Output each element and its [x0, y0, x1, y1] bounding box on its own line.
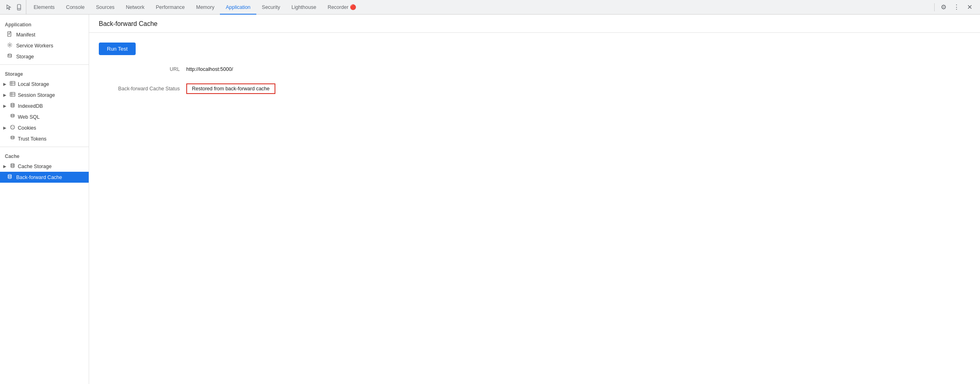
tab-bar: Elements Console Sources Network Perform…: [0, 0, 980, 15]
expand-arrow-cookies: ▶: [3, 126, 7, 130]
storage-section-label: Storage: [0, 67, 89, 79]
sidebar: Application Manifest: [0, 15, 89, 384]
sidebar-item-session-storage[interactable]: ▶ Session Storage: [0, 90, 89, 100]
back-forward-cache-label: Back-forward Cache: [16, 175, 62, 180]
tab-recorder[interactable]: Recorder 🔴: [322, 0, 362, 15]
tab-security[interactable]: Security: [256, 0, 286, 15]
doc-icon: [6, 31, 13, 38]
storage-label: Storage: [16, 54, 34, 60]
divider: [934, 3, 935, 11]
page-title: Back-forward Cache: [99, 20, 970, 28]
session-storage-label: Session Storage: [18, 92, 55, 98]
cache-storage-icon: [10, 163, 15, 170]
cache-storage-label: Cache Storage: [18, 164, 51, 169]
svg-point-25: [11, 164, 14, 165]
db-icon-indexed: [10, 102, 15, 109]
tab-performance[interactable]: Performance: [150, 0, 191, 15]
bfcache-icon: [6, 174, 13, 181]
tab-console[interactable]: Console: [60, 0, 90, 15]
main-layout: Application Manifest: [0, 15, 980, 384]
sidebar-item-service-workers[interactable]: Service Workers: [0, 40, 89, 51]
svg-point-19: [11, 125, 15, 129]
status-value: Restored from back-forward cache: [186, 83, 275, 94]
svg-point-20: [11, 126, 12, 127]
svg-rect-9: [10, 81, 15, 85]
settings-icon[interactable]: ⚙: [938, 2, 949, 13]
sidebar-item-storage-app[interactable]: Storage: [0, 51, 89, 62]
svg-point-24: [11, 136, 14, 137]
content-area: Back-forward Cache Run Test URL http://l…: [89, 15, 980, 384]
expand-arrow-cache-storage: ▶: [3, 164, 7, 169]
url-value: http://localhost:5000/: [186, 66, 233, 72]
manifest-label: Manifest: [16, 32, 35, 38]
svg-point-26: [8, 175, 11, 176]
status-row: Back-forward Cache Status Restored from …: [99, 83, 970, 94]
web-sql-label: Web SQL: [18, 114, 40, 120]
status-label: Back-forward Cache Status: [99, 86, 180, 92]
tab-elements[interactable]: Elements: [28, 0, 60, 15]
more-icon[interactable]: ⋮: [951, 2, 962, 13]
local-storage-label: Local Storage: [18, 81, 49, 87]
svg-point-22: [12, 128, 13, 128]
svg-point-8: [8, 54, 12, 55]
cursor-icon[interactable]: [5, 4, 12, 11]
expand-arrow-indexeddb: ▶: [3, 104, 7, 108]
tab-network[interactable]: Network: [120, 0, 150, 15]
sidebar-item-indexeddb[interactable]: ▶ IndexedDB: [0, 100, 89, 111]
tab-memory[interactable]: Memory: [190, 0, 220, 15]
close-icon[interactable]: ✕: [964, 2, 975, 13]
run-test-button[interactable]: Run Test: [99, 43, 136, 55]
trust-tokens-label: Trust Tokens: [18, 136, 47, 142]
service-workers-label: Service Workers: [16, 43, 53, 49]
table-icon-local: [10, 81, 15, 87]
svg-point-18: [11, 114, 14, 115]
sidebar-item-local-storage[interactable]: ▶ Local Storage: [0, 79, 89, 90]
sidebar-item-trust-tokens[interactable]: Trust Tokens: [0, 133, 89, 144]
tab-lighthouse[interactable]: Lighthouse: [286, 0, 322, 15]
tab-bar-right: ⚙ ⋮ ✕: [929, 2, 978, 13]
svg-rect-13: [10, 92, 15, 96]
mobile-icon[interactable]: [15, 4, 23, 11]
application-section-label: Application: [0, 18, 89, 29]
tab-bar-left-icons: [2, 0, 26, 14]
sidebar-item-web-sql[interactable]: Web SQL: [0, 111, 89, 122]
cache-section-label: Cache: [0, 149, 89, 161]
sidebar-item-cache-storage[interactable]: ▶ Cache Storage: [0, 161, 89, 172]
url-row: URL http://localhost:5000/: [99, 66, 970, 72]
content-header: Back-forward Cache: [89, 15, 980, 33]
token-icon: [10, 135, 15, 142]
svg-point-23: [13, 128, 14, 128]
sidebar-divider-1: [0, 64, 89, 65]
sidebar-item-back-forward-cache[interactable]: Back-forward Cache: [0, 172, 89, 183]
svg-point-7: [9, 44, 11, 46]
expand-arrow-session-storage: ▶: [3, 93, 7, 97]
indexeddb-label: IndexedDB: [18, 103, 43, 109]
tab-application[interactable]: Application: [220, 0, 256, 15]
sidebar-item-cookies[interactable]: ▶ Cookies: [0, 122, 89, 133]
sidebar-divider-2: [0, 147, 89, 147]
cookie-icon: [10, 124, 15, 131]
storage-icon: [6, 53, 13, 60]
sidebar-item-manifest[interactable]: Manifest: [0, 29, 89, 40]
svg-point-17: [11, 103, 14, 105]
url-label: URL: [99, 66, 180, 72]
svg-point-2: [19, 9, 19, 10]
db-icon-websql: [10, 113, 15, 120]
tab-sources[interactable]: Sources: [90, 0, 120, 15]
content-body: Run Test URL http://localhost:5000/ Back…: [89, 33, 980, 104]
table-icon-session: [10, 92, 15, 98]
svg-point-21: [13, 126, 14, 127]
cookies-label: Cookies: [18, 125, 36, 131]
expand-arrow-local-storage: ▶: [3, 82, 7, 86]
gear-icon: [6, 42, 13, 49]
